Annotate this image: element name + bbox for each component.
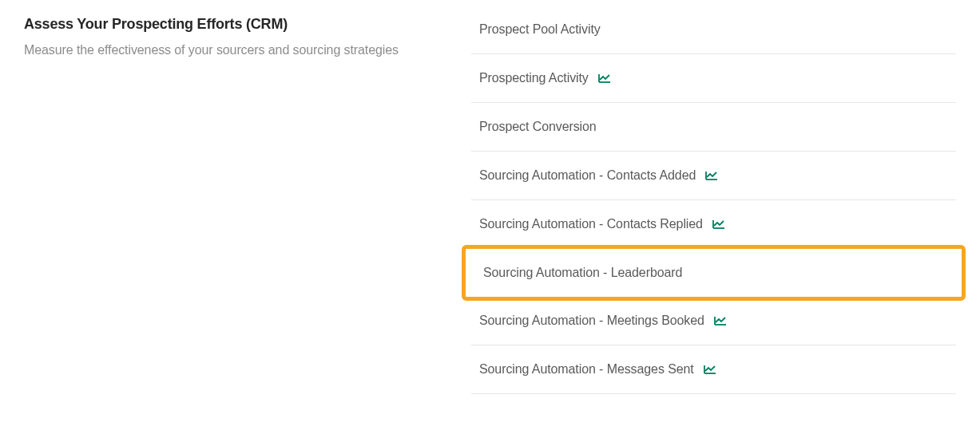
section-title: Assess Your Prospecting Efforts (CRM) [24, 16, 439, 33]
report-item-sourcing-automation-meetings-booked[interactable]: Sourcing Automation - Meetings Booked [471, 297, 956, 345]
chart-icon [714, 316, 727, 326]
chart-icon [705, 171, 718, 180]
report-label: Sourcing Automation - Meetings Booked [479, 314, 704, 328]
report-label: Prospect Conversion [479, 120, 597, 134]
report-item-sourcing-automation-contacts-replied[interactable]: Sourcing Automation - Contacts Replied [471, 200, 956, 249]
report-item-prospecting-activity[interactable]: Prospecting Activity [471, 54, 956, 103]
report-list-panel: Prospect Pool Activity Prospecting Activ… [471, 16, 956, 418]
section-info-panel: Assess Your Prospecting Efforts (CRM) Me… [24, 16, 471, 418]
chart-icon [598, 73, 611, 83]
report-item-sourcing-automation-contacts-added[interactable]: Sourcing Automation - Contacts Added [471, 152, 956, 200]
report-item-prospect-conversion[interactable]: Prospect Conversion [471, 103, 956, 152]
report-label: Prospecting Activity [479, 71, 589, 85]
chart-icon [704, 365, 716, 374]
report-label: Prospect Pool Activity [479, 22, 601, 37]
section-description: Measure the effectiveness of your source… [24, 41, 439, 61]
report-item-sourcing-automation-messages-sent[interactable]: Sourcing Automation - Messages Sent [471, 345, 956, 394]
report-label: Sourcing Automation - Leaderboard [483, 266, 682, 280]
report-label: Sourcing Automation - Contacts Added [479, 168, 696, 183]
report-item-prospect-pool-activity[interactable]: Prospect Pool Activity [471, 16, 956, 54]
report-list: Prospect Pool Activity Prospecting Activ… [471, 16, 956, 394]
chart-icon [712, 219, 725, 229]
report-item-sourcing-automation-leaderboard[interactable]: Sourcing Automation - Leaderboard [462, 245, 966, 301]
report-label: Sourcing Automation - Messages Sent [479, 362, 694, 377]
report-label: Sourcing Automation - Contacts Replied [479, 217, 703, 231]
